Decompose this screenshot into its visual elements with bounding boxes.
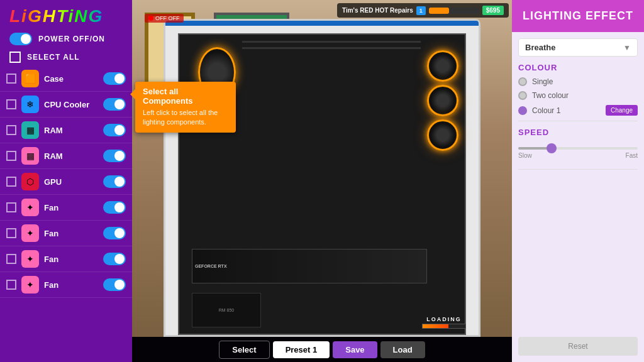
fan4-icon: ✦ [21, 276, 39, 293]
colour-1-label: Colour 1 [532, 106, 601, 115]
gpu-toggle[interactable] [103, 175, 126, 188]
gpu-icon: ⬡ [21, 173, 39, 190]
speed-labels: Slow Fast [518, 152, 638, 159]
ram1-checkbox[interactable] [6, 125, 16, 135]
speed-section-label: SPEED [518, 128, 638, 137]
fan2-label: Fan [44, 229, 98, 238]
component-fan2[interactable]: ✦ Fan [0, 221, 132, 246]
pc-fan-1 [427, 50, 458, 82]
fan2-icon: ✦ [21, 224, 39, 242]
component-fan4[interactable]: ✦ Fan [0, 272, 132, 298]
gpu-label: GPU [44, 177, 98, 187]
ram1-toggle[interactable] [103, 124, 126, 136]
pc-fan-2 [427, 85, 458, 116]
component-case[interactable]: 🟧 Case [0, 66, 132, 92]
case-toggle[interactable] [103, 72, 126, 85]
ram2-toggle[interactable] [103, 150, 126, 162]
fan4-label: Fan [44, 280, 98, 290]
fan1-icon: ✦ [21, 199, 39, 216]
fan4-checkbox[interactable] [6, 280, 16, 290]
colour-option-1[interactable]: Colour 1 Change [518, 105, 638, 116]
ram2-label: RAM [44, 151, 98, 161]
select-all-row: SELECT ALL [0, 48, 132, 66]
right-panel: LIGHTING EFFECT Breathe ▼ COLOUR Single … [512, 0, 644, 362]
two-colour-label: Two colour [532, 91, 638, 100]
case-icon: 🟧 [21, 70, 39, 87]
top-bar: Tim's RED HOT Repairs 1 $695 [337, 3, 509, 18]
sidebar-title: LiGHTiNG [0, 0, 132, 30]
fan3-label: Fan [44, 255, 98, 264]
pc-case: GEFORCE RTX RM 850 LOADING [164, 19, 480, 337]
colour-1-dot [518, 106, 527, 115]
shop-name: Tim's RED HOT Repairs [342, 7, 413, 14]
xp-bar [429, 8, 479, 14]
component-fan3[interactable]: ✦ Fan [0, 246, 132, 272]
speed-fast-label: Fast [626, 152, 638, 159]
speed-slider-container: Slow Fast [518, 142, 638, 164]
fan3-toggle[interactable] [103, 253, 126, 265]
effect-dropdown[interactable]: Breathe ▼ [518, 38, 638, 57]
cpu-cooler-checkbox[interactable] [6, 99, 16, 109]
divider [518, 121, 638, 121]
preset-button[interactable]: Preset 1 [273, 341, 330, 358]
change-colour-button[interactable]: Change [606, 105, 638, 116]
effect-name: Breathe [525, 43, 623, 52]
fan2-checkbox[interactable] [6, 228, 16, 238]
speed-slider-thumb[interactable] [547, 143, 557, 153]
lighting-effect-title: LIGHTING EFFECT [518, 9, 638, 23]
fan1-checkbox[interactable] [6, 202, 16, 212]
right-panel-header: LIGHTING EFFECT [512, 0, 644, 32]
tooltip-title: Select all Components [143, 87, 228, 106]
divider2 [518, 169, 638, 170]
single-radio[interactable] [518, 77, 527, 86]
component-fan1[interactable]: ✦ Fan [0, 195, 132, 221]
case-checkbox[interactable] [6, 74, 16, 84]
select-all-label: SELECT ALL [27, 53, 80, 62]
component-gpu[interactable]: ⬡ GPU [0, 169, 132, 195]
case-label: Case [44, 74, 98, 84]
single-label: Single [532, 77, 638, 86]
tooltip-body: Left click to select all the lighting co… [143, 108, 228, 128]
select-button[interactable]: Select [219, 341, 269, 359]
colour-section-label: COLOUR [518, 63, 638, 72]
speed-slow-label: Slow [518, 152, 532, 159]
pc-fan-3 [427, 119, 458, 151]
gpu-checkbox[interactable] [6, 177, 16, 187]
money-display: $695 [482, 6, 504, 15]
ram2-icon: ▦ [21, 147, 39, 165]
colour-option-single[interactable]: Single [518, 77, 638, 86]
power-row: POWER OFF/ON [0, 30, 132, 48]
power-label: POWER OFF/ON [38, 35, 105, 43]
component-ram2[interactable]: ▦ RAM [0, 143, 132, 169]
component-ram1[interactable]: ▦ RAM [0, 118, 132, 143]
pc-viewport: ⬡ GEFORCE RTX RM 850 [132, 0, 512, 337]
reset-button[interactable]: Reset [518, 337, 638, 356]
ram2-checkbox[interactable] [6, 151, 16, 161]
fan3-checkbox[interactable] [6, 254, 16, 264]
select-all-tooltip: Select all Components Left click to sele… [135, 82, 236, 133]
reset-btn-container: Reset [512, 331, 644, 362]
fan1-label: Fan [44, 203, 98, 212]
level-badge: 1 [416, 6, 426, 15]
off-indicator: OFF OFF [145, 14, 184, 23]
bottom-bar: Select Preset 1 Save Load [132, 337, 512, 362]
ram1-icon: ▦ [21, 121, 39, 139]
fan4-toggle[interactable] [103, 278, 126, 291]
dropdown-arrow-icon: ▼ [623, 43, 631, 52]
speed-slider[interactable] [518, 147, 638, 150]
cpu-cooler-icon: ❄ [21, 96, 39, 113]
component-cpu-cooler[interactable]: ❄ CPU Cooler [0, 92, 132, 118]
cpu-cooler-label: CPU Cooler [44, 100, 98, 109]
fan2-toggle[interactable] [103, 227, 126, 239]
power-toggle[interactable] [9, 33, 32, 45]
load-button[interactable]: Load [380, 341, 425, 358]
two-colour-radio[interactable] [518, 91, 527, 100]
colour-option-two[interactable]: Two colour [518, 91, 638, 100]
cpu-cooler-toggle[interactable] [103, 98, 126, 111]
select-all-checkbox[interactable] [9, 52, 21, 63]
fan1-toggle[interactable] [103, 201, 126, 214]
right-panel-body: Breathe ▼ COLOUR Single Two colour Colou… [512, 32, 644, 331]
left-sidebar: LiGHTiNG POWER OFF/ON SELECT ALL 🟧 Case … [0, 0, 132, 362]
ram1-label: RAM [44, 126, 98, 135]
save-button[interactable]: Save [333, 341, 377, 358]
